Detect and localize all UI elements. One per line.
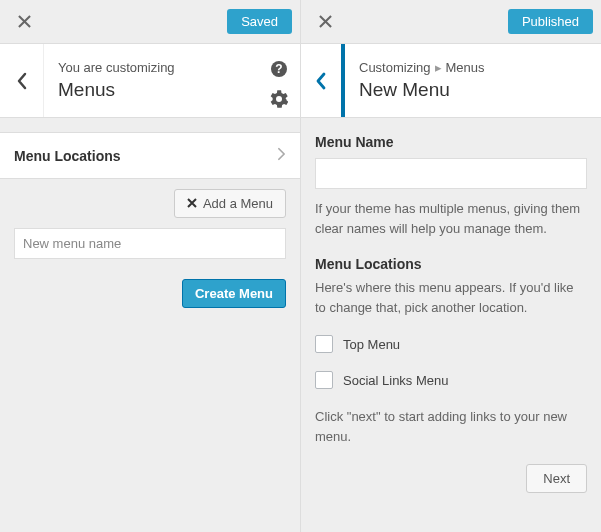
menu-name-label: Menu Name xyxy=(315,134,587,150)
checkbox[interactable] xyxy=(315,335,333,353)
svg-text:?: ? xyxy=(275,62,282,76)
menu-locations-title: Menu Locations xyxy=(315,256,587,272)
section-menu-locations[interactable]: Menu Locations xyxy=(0,132,300,179)
section-label: Menu Locations xyxy=(14,148,121,164)
add-menu-button[interactable]: Add a Menu xyxy=(174,189,286,218)
help-button[interactable]: ? xyxy=(270,60,288,78)
close-button[interactable] xyxy=(8,6,40,38)
chevron-left-icon xyxy=(315,72,327,90)
add-menu-label: Add a Menu xyxy=(203,196,273,211)
panel-header: Customizing▸Menus New Menu xyxy=(301,44,601,118)
topbar: Saved xyxy=(0,0,300,44)
breadcrumb-root: Customizing xyxy=(359,60,431,75)
help-icon: ? xyxy=(270,60,288,78)
topbar: Published xyxy=(301,0,601,44)
menu-name-help: If your theme has multiple menus, giving… xyxy=(315,199,587,238)
back-button[interactable] xyxy=(301,44,345,117)
gear-icon xyxy=(270,90,288,108)
location-top-menu[interactable]: Top Menu xyxy=(315,335,587,353)
checkbox[interactable] xyxy=(315,371,333,389)
customizer-panel-new-menu: Published Customizing▸Menus New Menu Men… xyxy=(301,0,601,532)
back-button[interactable] xyxy=(0,44,44,117)
panel-header: You are customizing Menus ? xyxy=(0,44,300,118)
menu-locations-help: Here's where this menu appears. If you'd… xyxy=(315,278,587,317)
status-badge: Saved xyxy=(227,9,292,34)
close-icon xyxy=(187,196,197,211)
close-button[interactable] xyxy=(309,6,341,38)
breadcrumb: Customizing▸Menus xyxy=(359,60,587,75)
customizer-panel-menus: Saved You are customizing Menus ? xyxy=(0,0,301,532)
checkbox-label: Social Links Menu xyxy=(343,373,449,388)
next-button[interactable]: Next xyxy=(526,464,587,493)
location-social-links[interactable]: Social Links Menu xyxy=(315,371,587,389)
chevron-left-icon xyxy=(16,72,28,90)
new-menu-name-input[interactable] xyxy=(14,228,286,259)
close-icon xyxy=(18,15,31,28)
create-menu-button[interactable]: Create Menu xyxy=(182,279,286,308)
header-title: New Menu xyxy=(359,79,587,101)
breadcrumb-parent: Menus xyxy=(446,60,485,75)
checkbox-label: Top Menu xyxy=(343,337,400,352)
settings-button[interactable] xyxy=(270,90,288,108)
next-help: Click "next" to start adding links to yo… xyxy=(315,407,587,446)
close-icon xyxy=(319,15,332,28)
header-title: Menus xyxy=(58,79,286,101)
status-badge: Published xyxy=(508,9,593,34)
menu-name-input[interactable] xyxy=(315,158,587,189)
chevron-right-icon xyxy=(277,147,286,164)
header-subtitle: You are customizing xyxy=(58,60,286,75)
